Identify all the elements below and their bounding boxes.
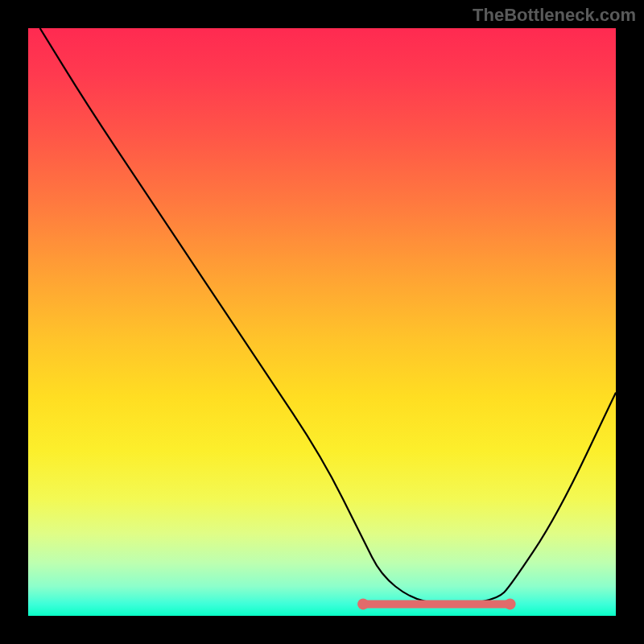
bottleneck-curve bbox=[40, 28, 616, 604]
marker-strip-dot bbox=[505, 598, 516, 609]
marker-strip bbox=[357, 598, 515, 609]
chart-svg bbox=[28, 28, 616, 616]
chart-gradient-background bbox=[28, 28, 616, 616]
watermark-text: TheBottleneck.com bbox=[473, 5, 636, 26]
marker-strip-dot bbox=[357, 598, 369, 609]
